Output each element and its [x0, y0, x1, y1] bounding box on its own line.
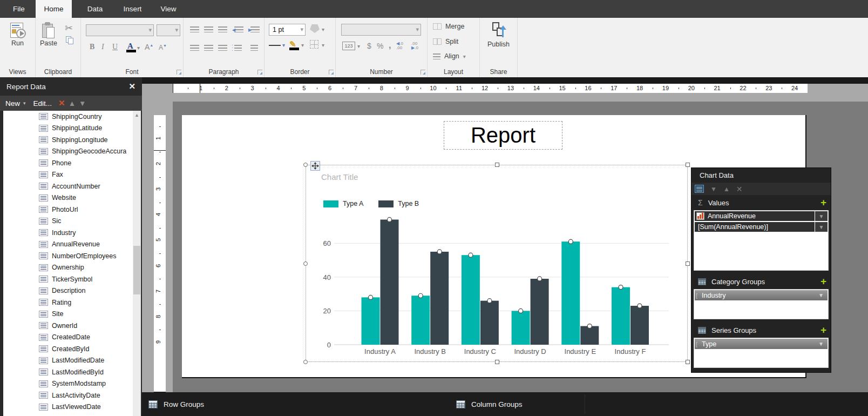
add-value-button[interactable]: + [820, 198, 826, 207]
paragraph-dialog-launcher[interactable] [257, 70, 262, 75]
borders-grid-icon[interactable] [310, 40, 318, 49]
field-item-site[interactable]: Site [3, 308, 133, 320]
field-item-shippinggeocodeaccura[interactable]: ShippingGeocodeAccura [3, 146, 133, 158]
increase-indent-icon[interactable] [250, 26, 260, 32]
number-format-icon[interactable]: 123 [342, 42, 355, 50]
resize-handle-middle-left[interactable] [303, 261, 308, 266]
line-style-dropdown[interactable]: ▾ [282, 42, 285, 48]
field-item-systemmodstamp[interactable]: SystemModstamp [3, 378, 133, 390]
field-item-description[interactable]: Description [3, 285, 133, 297]
border-width-combo[interactable]: 1 pt ▾ [269, 24, 306, 36]
resize-handle-top-left[interactable] [303, 163, 308, 167]
field-item-industry[interactable]: Industry [3, 227, 133, 239]
align-top-icon[interactable] [190, 26, 199, 32]
line-style-icon[interactable] [269, 45, 281, 46]
italic-button[interactable]: I [101, 43, 104, 51]
field-item-lastvieweddate[interactable]: LastViewedDate [3, 401, 133, 413]
resize-handle-bottom-left[interactable] [303, 360, 308, 364]
field-item-photourl[interactable]: PhotoUrl [3, 204, 133, 216]
move-down-icon[interactable]: ▼ [710, 185, 717, 193]
field-item-shippinglongitude[interactable]: ShippingLongitude [3, 134, 133, 146]
copy-icon[interactable] [66, 36, 74, 45]
resize-handle-bottom-center[interactable] [495, 360, 499, 364]
border-dialog-launcher[interactable] [329, 70, 334, 75]
field-item-rating[interactable]: Rating [3, 297, 133, 308]
scrollbar-thumb[interactable] [133, 246, 140, 294]
run-button[interactable]: Run [0, 22, 35, 47]
grow-font-button[interactable]: A▲ [145, 43, 153, 51]
chart-element[interactable]: Chart Title Type AType B 0204060Industry… [306, 165, 688, 362]
field-item-lastactivitydate[interactable]: LastActivityDate [3, 390, 133, 401]
value-field-row[interactable]: AnnualRevenue ▼ [694, 211, 828, 222]
delete-icon[interactable]: ✕ [58, 98, 65, 108]
bold-button[interactable]: B [90, 43, 94, 51]
category-group-row[interactable]: [ Industry ▼ [695, 290, 828, 300]
comma-icon[interactable]: , [389, 41, 391, 50]
new-button[interactable]: New [5, 99, 20, 108]
chart-legend[interactable]: Type AType B [323, 200, 430, 207]
borders-dropdown[interactable]: ▾ [322, 42, 324, 48]
field-item-lastmodifieddate[interactable]: LastModifiedDate [3, 355, 133, 367]
field-item-tickersymbol[interactable]: TickerSymbol [3, 273, 133, 285]
align-middle-icon[interactable] [204, 26, 213, 32]
report-title-textbox[interactable]: Report [444, 121, 562, 150]
scroll-up-icon[interactable]: ▲ [134, 112, 139, 118]
menu-tab-file[interactable]: File [6, 0, 31, 18]
menu-tab-home[interactable]: Home [36, 0, 72, 18]
field-item-fax[interactable]: Fax [3, 169, 133, 181]
move-handle[interactable] [310, 161, 320, 171]
cut-icon[interactable]: ✂ [65, 22, 73, 34]
fill-color-dropdown[interactable]: ▾ [322, 26, 324, 32]
expression-dropdown-button[interactable]: ▼ [815, 222, 828, 232]
paste-button[interactable]: Paste [40, 22, 57, 47]
field-item-accountnumber[interactable]: AccountNumber [3, 180, 133, 192]
row-groups-pane[interactable]: Row Groups [148, 400, 204, 408]
underline-button[interactable]: U [112, 43, 118, 51]
number-format-combo[interactable]: ▾ [341, 24, 421, 36]
move-up-icon[interactable]: ▲ [69, 99, 76, 108]
field-item-sic[interactable]: Sic [3, 216, 133, 227]
add-series-group-button[interactable]: + [820, 326, 826, 334]
field-item-phone[interactable]: Phone [3, 157, 133, 169]
align-right-icon[interactable] [218, 45, 227, 51]
numbered-list-icon[interactable] [250, 45, 258, 51]
field-item-website[interactable]: Website [3, 192, 133, 204]
font-color-button[interactable]: A [126, 42, 136, 52]
field-item-ownership[interactable]: Ownership [3, 262, 133, 274]
chart-plot-area[interactable]: 0204060Industry AIndustry BIndustry CInd… [306, 165, 688, 363]
chart-title-placeholder[interactable]: Chart Title [321, 172, 358, 182]
font-color-dropdown[interactable]: ▾ [137, 45, 140, 51]
align-button[interactable]: Align ▾ [433, 52, 466, 60]
menu-tab-data[interactable]: Data [78, 0, 112, 18]
field-item-createddate[interactable]: CreatedDate [3, 332, 133, 344]
menu-tab-insert[interactable]: Insert [113, 0, 152, 18]
move-down-icon[interactable]: ▼ [79, 99, 86, 108]
fill-color-icon[interactable] [310, 24, 320, 33]
font-name-combo[interactable]: ▾ [86, 24, 154, 36]
number-format-dropdown[interactable]: ▾ [357, 43, 360, 49]
bullet-list-icon[interactable] [234, 45, 242, 51]
field-item-ownerid[interactable]: OwnerId [3, 320, 133, 332]
field-item-annualrevenue[interactable]: AnnualRevenue [3, 239, 133, 251]
resize-handle-middle-right[interactable] [686, 261, 690, 266]
split-button[interactable]: Split [433, 38, 458, 45]
increase-decimal-icon[interactable]: ◀.0.00 [396, 42, 403, 50]
resize-handle-bottom-right[interactable] [686, 360, 690, 364]
border-color-pen-icon[interactable]: ✎ [289, 39, 300, 50]
decrease-decimal-icon[interactable]: .00▶.0 [411, 42, 418, 50]
value-dropdown-button[interactable]: ▼ [815, 211, 828, 221]
field-item-lastmodifiedbyid[interactable]: LastModifiedById [3, 366, 133, 378]
field-item-createdbyid[interactable]: CreatedById [3, 343, 133, 355]
shrink-font-button[interactable]: A▼ [159, 44, 167, 51]
new-dropdown-icon[interactable]: ▾ [23, 100, 26, 106]
resize-handle-top-center[interactable] [495, 163, 499, 167]
move-up-icon[interactable]: ▲ [723, 185, 730, 193]
properties-icon[interactable] [695, 185, 704, 193]
percent-icon[interactable]: % [377, 42, 383, 50]
scrollbar[interactable]: ▲ [133, 111, 141, 416]
menu-tab-view[interactable]: View [153, 0, 184, 18]
delete-icon[interactable]: ✕ [736, 185, 743, 193]
add-category-group-button[interactable]: + [820, 277, 826, 286]
publish-button[interactable]: Publish [480, 22, 517, 48]
close-icon[interactable]: ✕ [128, 82, 135, 91]
